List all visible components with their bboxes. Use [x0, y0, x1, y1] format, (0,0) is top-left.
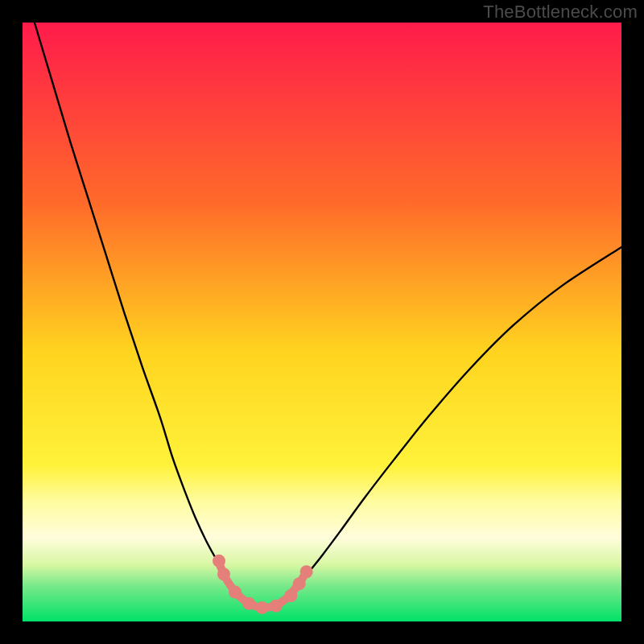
data-marker [300, 565, 313, 578]
data-marker [213, 555, 225, 568]
data-marker [229, 586, 242, 599]
plot-background [23, 23, 621, 621]
data-marker [242, 597, 255, 610]
chart-container: TheBottleneck.com [0, 0, 644, 644]
bottleneck-curve-chart [0, 0, 644, 644]
watermark-text: TheBottleneck.com [483, 2, 638, 23]
data-marker [270, 600, 283, 613]
data-marker [293, 577, 306, 590]
data-marker [256, 601, 269, 614]
data-marker [284, 589, 297, 602]
data-marker [217, 568, 230, 580]
